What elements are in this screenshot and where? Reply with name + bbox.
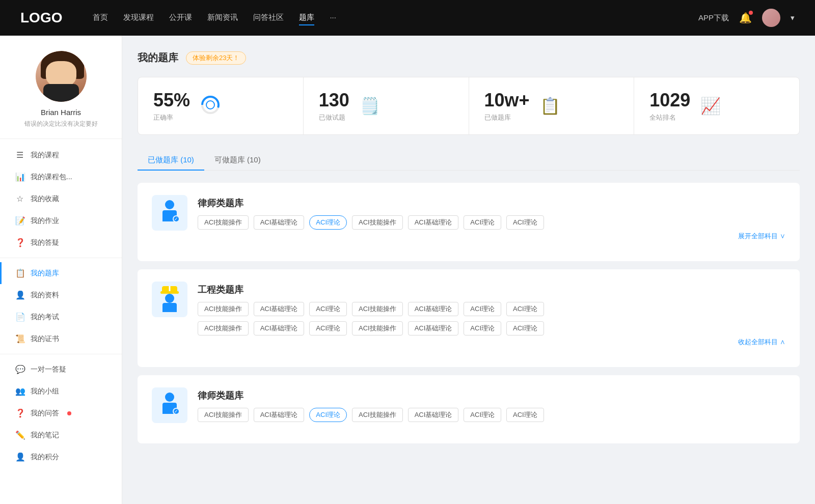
tag-2-0[interactable]: ACI技能操作 (198, 302, 249, 316)
tag-2b-2[interactable]: ACI理论 (309, 321, 347, 335)
ep-head-2 (165, 294, 174, 303)
sidebar-item-my-qa[interactable]: ❓ 我的问答 (0, 402, 122, 424)
qbank-info-3: 律师类题库 ACI技能操作 ACI基础理论 ACI理论 ACI技能操作 ACI基… (198, 387, 785, 422)
qbank-info-1: 律师类题库 ACI技能操作 ACI基础理论 ACI理论 ACI技能操作 ACI基… (198, 195, 785, 241)
tag-2b-5[interactable]: ACI理论 (464, 321, 501, 335)
tag-1-2[interactable]: ACI理论 (309, 215, 347, 230)
stat-ranking-label: 全站排名 (649, 113, 690, 122)
lp-body-1: ✓ (162, 210, 177, 221)
sidebar-item-exam[interactable]: 📄 我的考试 (0, 306, 122, 328)
tags-row-2-top: ACI技能操作 ACI基础理论 ACI理论 ACI技能操作 ACI基础理论 AC… (198, 302, 785, 316)
tag-3-6[interactable]: ACI理论 (506, 408, 544, 422)
tag-2-4[interactable]: ACI基础理论 (408, 302, 459, 316)
sidebar-profile: Brian Harris 错误的决定比没有决定要好 (0, 51, 122, 139)
avatar-face (46, 61, 76, 87)
sidebar-item-group[interactable]: 👥 我的小组 (0, 380, 122, 402)
group-icon: 👥 (15, 386, 24, 396)
tag-3-4[interactable]: ACI基础理论 (408, 408, 459, 422)
tag-3-0[interactable]: ACI技能操作 (198, 408, 249, 422)
stat-ranking-block: 1029 全站排名 (649, 90, 690, 122)
sidebar-label-courses: 我的课程 (31, 151, 59, 160)
sidebar-item-notes[interactable]: ✏️ 我的笔记 (0, 424, 122, 446)
lawyer-figure-1: ✓ (157, 200, 182, 226)
tag-3-5[interactable]: ACI理论 (464, 408, 501, 422)
tags-row-3: ACI技能操作 ACI基础理论 ACI理论 ACI技能操作 ACI基础理论 AC… (198, 408, 785, 422)
tag-1-6[interactable]: ACI理论 (506, 215, 544, 230)
expand-btn-1[interactable]: 展开全部科目 ∨ (198, 232, 785, 241)
tag-2b-1[interactable]: ACI基础理论 (254, 321, 305, 335)
dropdown-icon[interactable]: ▾ (791, 13, 795, 22)
stat-accuracy-label: 正确率 (153, 113, 190, 122)
tag-2-2[interactable]: ACI理论 (309, 302, 347, 316)
sidebar-item-favorites[interactable]: ☆ 我的收藏 (0, 188, 122, 210)
sidebar-item-points[interactable]: 👤 我的积分 (0, 446, 122, 468)
sidebar-item-profile[interactable]: 👤 我的资料 (0, 284, 122, 306)
sidebar-item-homework[interactable]: 📝 我的作业 (0, 210, 122, 232)
ep-hat-brim-2 (160, 291, 179, 294)
sidebar-item-courses[interactable]: ☰ 我的课程 (0, 144, 122, 166)
lp-head-1 (165, 200, 174, 209)
tab-todo-banks[interactable]: 可做题库 (10) (204, 150, 271, 170)
nav-home[interactable]: 首页 (93, 11, 108, 25)
sidebar-item-questions[interactable]: ❓ 我的答疑 (0, 232, 122, 254)
page-title: 我的题库 (138, 51, 178, 65)
user-avatar[interactable] (762, 9, 780, 27)
tag-1-3[interactable]: ACI技能操作 (352, 215, 403, 230)
sidebar-item-qbank[interactable]: 📋 我的题库 (0, 262, 122, 284)
notes-icon: ✏️ (15, 430, 24, 440)
sidebar-label-profile: 我的资料 (31, 291, 59, 300)
app-download-link[interactable]: APP下载 (698, 13, 729, 23)
points-icon: 👤 (15, 452, 24, 462)
tag-1-4[interactable]: ACI基础理论 (408, 215, 459, 230)
qbank-info-2: 工程类题库 ACI技能操作 ACI基础理论 ACI理论 ACI技能操作 ACI基… (198, 282, 785, 347)
tags-row-2-bottom: ACI技能操作 ACI基础理论 ACI理论 ACI技能操作 ACI基础理论 AC… (198, 321, 785, 335)
tab-done-banks[interactable]: 已做题库 (10) (138, 150, 204, 170)
nav-discover[interactable]: 发现课程 (123, 11, 154, 25)
tag-3-2[interactable]: ACI理论 (309, 408, 347, 422)
sidebar-label-favorites: 我的收藏 (31, 194, 59, 204)
tag-2-1[interactable]: ACI基础理论 (254, 302, 305, 316)
qbank-title-1: 律师类题库 (198, 195, 785, 209)
stat-done-b-value: 10w+ (484, 90, 530, 111)
course-package-icon: 📊 (15, 172, 24, 182)
tag-2-5[interactable]: ACI理论 (464, 302, 501, 316)
stat-done-b-label: 已做题库 (484, 113, 530, 122)
tag-1-1[interactable]: ACI基础理论 (254, 215, 305, 230)
sidebar-item-certificate[interactable]: 📜 我的证书 (0, 328, 122, 350)
nav-qa[interactable]: 问答社区 (253, 11, 284, 25)
doc-green-icon: 🗒️ (360, 96, 380, 116)
stat-done-banks: 10w+ 已做题库 📋 (469, 77, 634, 134)
tag-3-1[interactable]: ACI基础理论 (254, 408, 305, 422)
notification-bell[interactable]: 🔔 (739, 12, 752, 24)
nav-open-course[interactable]: 公开课 (169, 11, 192, 25)
nav-links: 首页 发现课程 公开课 新闻资讯 问答社区 题库 ··· (93, 11, 698, 25)
tag-2b-0[interactable]: ACI技能操作 (198, 321, 249, 335)
tag-2b-4[interactable]: ACI基础理论 (408, 321, 459, 335)
lawyer-icon-wrap-1: ✓ (152, 195, 187, 231)
tag-2b-3[interactable]: ACI技能操作 (352, 321, 403, 335)
nav-more[interactable]: ··· (330, 11, 336, 25)
sidebar-menu: ☰ 我的课程 📊 我的课程包... ☆ 我的收藏 📝 我的作业 ❓ 我的答疑 (0, 139, 122, 473)
tag-1-5[interactable]: ACI理论 (464, 215, 501, 230)
tag-2-3[interactable]: ACI技能操作 (352, 302, 403, 316)
certificate-icon: 📜 (15, 334, 24, 344)
sidebar-item-tutoring[interactable]: 💬 一对一答疑 (0, 358, 122, 380)
sidebar-label-group: 我的小组 (31, 387, 59, 396)
tag-2b-6[interactable]: ACI理论 (506, 321, 544, 335)
tag-2-6[interactable]: ACI理论 (506, 302, 544, 316)
tag-3-3[interactable]: ACI技能操作 (352, 408, 403, 422)
tag-1-0[interactable]: ACI技能操作 (198, 215, 249, 230)
nav-qbank[interactable]: 题库 (299, 11, 314, 25)
sidebar-label-homework: 我的作业 (31, 216, 59, 226)
sidebar-item-course-package[interactable]: 📊 我的课程包... (0, 166, 122, 188)
logo[interactable]: LOGO (20, 10, 62, 26)
sidebar-label-qbank: 我的题库 (31, 269, 59, 278)
stat-accuracy: 55% 正确率 (138, 77, 303, 134)
nav-news[interactable]: 新闻资讯 (207, 11, 238, 25)
qbank-card-2: 工程类题库 ACI技能操作 ACI基础理论 ACI理论 ACI技能操作 ACI基… (138, 269, 800, 367)
ep-body-2 (162, 303, 177, 312)
sidebar: Brian Harris 错误的决定比没有决定要好 ☰ 我的课程 📊 我的课程包… (0, 36, 122, 504)
page-header: 我的题库 体验剩余23天！ (138, 51, 800, 65)
collapse-btn-2[interactable]: 收起全部科目 ∧ (198, 338, 785, 347)
divider-2 (0, 354, 122, 354)
